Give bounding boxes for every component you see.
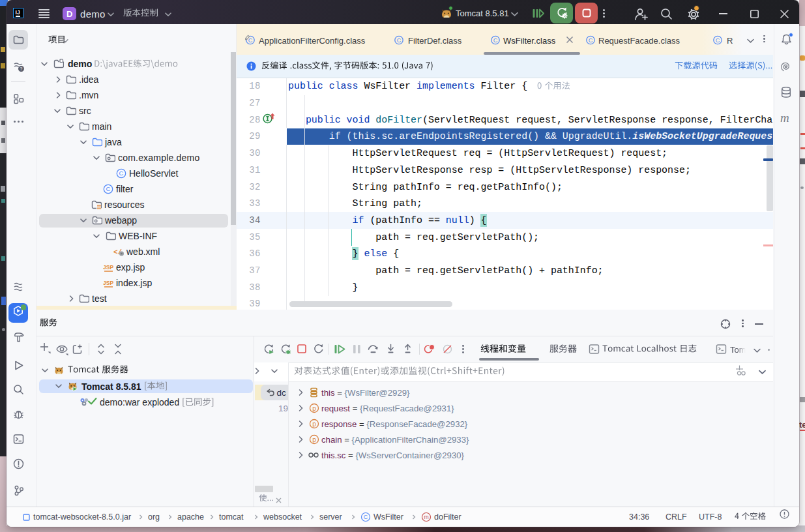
svg-text:C: C [589, 37, 593, 44]
svg-text:C: C [397, 37, 402, 44]
svg-text:C: C [716, 37, 720, 44]
svg-text:C: C [364, 514, 368, 520]
svg-text:C: C [119, 170, 124, 177]
svg-text:p: p [312, 405, 316, 412]
svg-text:m: m [424, 514, 429, 520]
svg-text:JSP: JSP [103, 280, 113, 286]
svg-text:p: p [312, 436, 316, 443]
svg-text:C: C [248, 37, 253, 44]
svg-text:?: ? [20, 66, 23, 71]
svg-text:C: C [493, 37, 498, 44]
svg-text:C: C [106, 185, 111, 192]
svg-text:p: p [312, 421, 316, 428]
svg-text:JSP: JSP [103, 264, 113, 271]
